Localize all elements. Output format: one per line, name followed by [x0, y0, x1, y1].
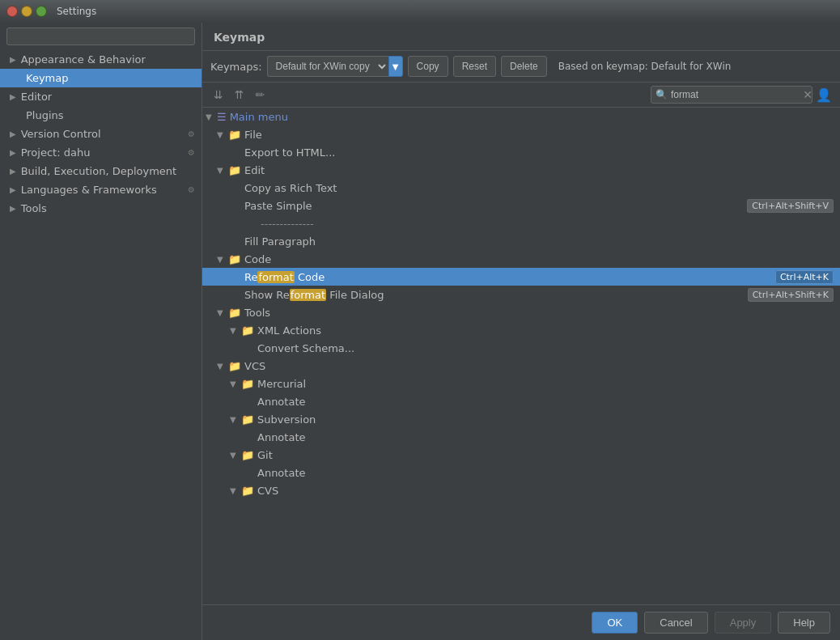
tree-item-label: Git [257, 449, 840, 461]
tree-row-convert-schema[interactable]: Convert Schema... [202, 339, 840, 357]
chevron-right-icon: ▶ [10, 204, 16, 213]
tree-row-show-reformat-dialog[interactable]: Show Reformat File Dialog Ctrl+Alt+Shift… [202, 286, 840, 303]
tree-expand-icon: ▼ [230, 379, 241, 388]
tree-row-mercurial[interactable]: ▼ 📁 Mercurial [202, 375, 840, 392]
maximize-button[interactable] [36, 6, 47, 17]
tree-row-tools[interactable]: ▼ 📁 Tools [202, 303, 840, 321]
tree-row-subversion[interactable]: ▼ 📁 Subversion [202, 410, 840, 428]
sidebar-item-keymap-label: Keymap [26, 72, 68, 84]
window-title: Settings [57, 6, 96, 17]
sidebar-item-tools-label: Tools [21, 202, 47, 214]
apply-button[interactable]: Apply [715, 612, 772, 634]
tree-item-label: Tools [244, 307, 840, 319]
tree-item-label: Code [244, 253, 840, 265]
tree-row-mercurial-annotate[interactable]: Annotate [202, 392, 840, 410]
sidebar-item-appearance[interactable]: ▶ Appearance & Behavior [0, 50, 202, 69]
expand-all-icon[interactable]: ⇊ [210, 87, 227, 103]
sidebar-item-tools[interactable]: ▶ Tools [0, 199, 202, 218]
minimize-button[interactable] [21, 6, 32, 17]
tree-row-export-html[interactable]: Export to HTML... [202, 143, 840, 161]
tree-item-label: Mercurial [257, 378, 840, 390]
tree-expand-icon: ▼ [217, 362, 228, 371]
folder-icon: 📁 [228, 360, 241, 372]
tree-item-label: CVS [257, 485, 840, 497]
cancel-button[interactable]: Cancel [644, 612, 707, 634]
tree-item-label: Copy as Rich Text [244, 182, 840, 194]
chevron-right-icon: ▶ [10, 148, 16, 157]
person-icon[interactable]: 👤 [816, 87, 832, 103]
tree-item-label: Paste Simple [244, 200, 747, 212]
tree-row-cvs[interactable]: ▼ 📁 CVS [202, 481, 840, 499]
tree-row-file[interactable]: ▼ 📁 File [202, 125, 840, 143]
tree-item-label: File [244, 129, 840, 141]
sidebar-item-plugins[interactable]: Plugins [0, 106, 202, 125]
tree-row-xml-actions[interactable]: ▼ 📁 XML Actions [202, 321, 840, 339]
sidebar-item-languages[interactable]: ▶ Languages & Frameworks ⚙ [0, 180, 202, 199]
close-button[interactable] [6, 6, 18, 17]
folder-icon: 📁 [241, 485, 254, 497]
tree-area: ▼ ☰ Main menu ▼ 📁 File Export to HTML...… [202, 108, 840, 604]
tree-row-code[interactable]: ▼ 📁 Code [202, 250, 840, 268]
tree-row-git-annotate[interactable]: Annotate [202, 464, 840, 481]
keymap-select[interactable]: Default for XWin copy [267, 56, 388, 77]
tree-row-copy-rich-text[interactable]: Copy as Rich Text [202, 179, 840, 197]
folder-icon: 📁 [228, 129, 241, 141]
version-control-badge: ⚙ [188, 129, 195, 138]
folder-icon: 📁 [228, 164, 241, 176]
title-bar: Settings [0, 0, 840, 23]
tree-item-label: Annotate [257, 467, 840, 479]
highlight-format: format [257, 271, 294, 283]
edit-icon[interactable]: ✏ [252, 87, 268, 103]
tree-item-label: Subversion [257, 413, 840, 426]
copy-button[interactable]: Copy [408, 56, 448, 77]
tree-item-label: Convert Schema... [257, 342, 840, 354]
clear-search-icon[interactable]: ✕ [803, 88, 812, 101]
reset-button[interactable]: Reset [453, 56, 496, 77]
delete-button[interactable]: Delete [501, 56, 547, 77]
tree-item-label: Annotate [257, 396, 840, 408]
sidebar-item-editor[interactable]: ▶ Editor [0, 87, 202, 106]
collapse-all-icon[interactable]: ⇈ [231, 87, 248, 103]
tree-row-paste-simple[interactable]: Paste Simple Ctrl+Alt+Shift+V [202, 197, 840, 214]
sidebar-item-project[interactable]: ▶ Project: dahu ⚙ [0, 143, 202, 162]
tree-expand-icon: ▼ [206, 112, 217, 121]
tree-row-edit[interactable]: ▼ 📁 Edit [202, 161, 840, 179]
tree-row-main-menu[interactable]: ▼ ☰ Main menu [202, 108, 840, 125]
keymap-dropdown-button[interactable]: ▼ [388, 56, 403, 77]
tree-expand-icon: ▼ [217, 130, 228, 139]
help-button[interactable]: Help [778, 612, 830, 634]
tree-item-label: XML Actions [257, 324, 840, 337]
sidebar-item-version-control[interactable]: ▶ Version Control ⚙ [0, 125, 202, 143]
folder-icon: 📁 [228, 253, 241, 265]
tree-item-label: Reformat Code [244, 271, 775, 283]
search-input[interactable] [651, 86, 812, 104]
sidebar-item-editor-label: Editor [21, 91, 52, 103]
tree-item-shortcut: Ctrl+Alt+Shift+V [747, 200, 840, 211]
sidebar: ▶ Appearance & Behavior Keymap ▶ Editor … [0, 23, 202, 640]
window-controls [6, 6, 47, 17]
tree-row-svn-annotate[interactable]: Annotate [202, 428, 840, 446]
footer: OK Cancel Apply Help [202, 604, 840, 640]
sidebar-item-vc-label: Version Control [21, 128, 101, 140]
chevron-right-icon: ▶ [10, 167, 16, 176]
tree-item-label: Export to HTML... [244, 146, 840, 159]
sidebar-item-build-label: Build, Execution, Deployment [21, 165, 176, 177]
tree-item-shortcut: Ctrl+Alt+Shift+K [748, 289, 840, 300]
shortcut-badge: Ctrl+Alt+K [775, 270, 834, 284]
folder-icon: 📁 [241, 378, 254, 390]
tree-row-git[interactable]: ▼ 📁 Git [202, 446, 840, 464]
sidebar-search-input[interactable] [6, 28, 195, 45]
sidebar-item-keymap[interactable]: Keymap [0, 69, 202, 87]
tree-row-reformat-code[interactable]: Reformat Code Ctrl+Alt+K [202, 268, 840, 286]
sidebar-item-appearance-label: Appearance & Behavior [21, 53, 146, 66]
ok-button[interactable]: OK [592, 612, 638, 634]
sidebar-item-build[interactable]: ▶ Build, Execution, Deployment [0, 162, 202, 180]
tree-item-label: Show Reformat File Dialog [244, 289, 748, 301]
menu-icon: ☰ [217, 111, 227, 123]
tree-row-fill-paragraph[interactable]: Fill Paragraph [202, 232, 840, 250]
highlight-format: format [290, 289, 326, 301]
tree-row-vcs[interactable]: ▼ 📁 VCS [202, 357, 840, 375]
chevron-right-icon: ▶ [10, 129, 16, 138]
chevron-right-icon: ▶ [10, 185, 16, 194]
keymap-toolbar: Keymaps: Default for XWin copy ▼ Copy Re… [202, 51, 840, 83]
